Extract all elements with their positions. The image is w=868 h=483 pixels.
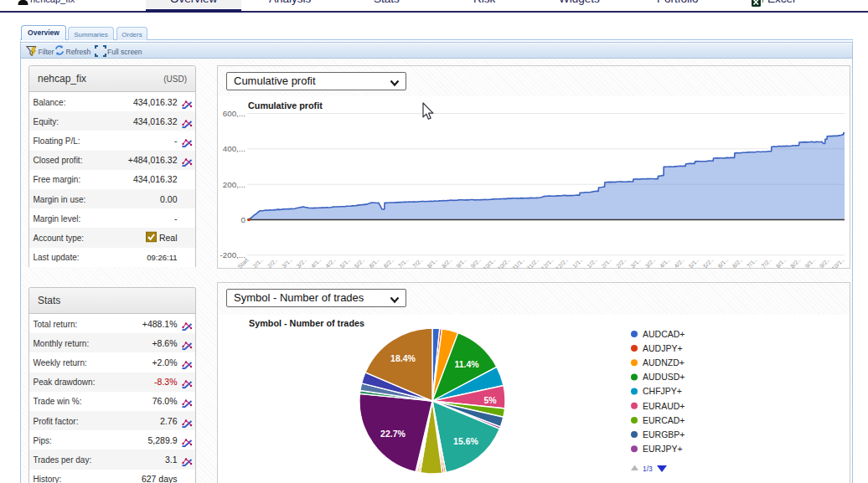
svg-text:200,...: 200,...	[223, 180, 245, 189]
svg-text:1/1..: 1/1..	[571, 257, 584, 269]
svg-text:3/1..: 3/1..	[629, 257, 642, 269]
svg-text:2/1..: 2/1..	[601, 257, 613, 269]
svg-text:8/2..: 8/2..	[789, 257, 802, 269]
svg-text:6/2..: 6/2..	[731, 257, 744, 269]
svg-text:22.7%: 22.7%	[380, 429, 406, 439]
svg-text:AUDNZD+: AUDNZD+	[643, 357, 685, 367]
svg-text:4/1..: 4/1..	[310, 257, 323, 269]
svg-text:6/1..: 6/1..	[368, 257, 380, 269]
svg-text:AUDJPY+: AUDJPY+	[643, 343, 683, 353]
svg-text:18.4%: 18.4%	[390, 353, 416, 363]
svg-text:10/2..: 10/2..	[496, 257, 510, 269]
svg-text:3/1..: 3/1..	[281, 257, 293, 269]
svg-text:8/2..: 8/2..	[441, 257, 453, 269]
svg-text:400,...: 400,...	[223, 144, 245, 153]
svg-text:5/1..: 5/1..	[688, 257, 700, 269]
svg-text:8/1..: 8/1..	[426, 257, 439, 269]
svg-text:EURCAD+: EURCAD+	[643, 415, 685, 425]
svg-text:3/2..: 3/2..	[296, 257, 308, 269]
svg-text:8/1..: 8/1..	[775, 257, 788, 269]
svg-text:Symbol - Number of trades: Symbol - Number of trades	[249, 318, 364, 328]
svg-text:11/1..: 11/1..	[511, 257, 525, 269]
svg-text:Cumulative profit: Cumulative profit	[248, 100, 323, 110]
svg-text:7/2..: 7/2..	[411, 257, 424, 269]
svg-text:15.6%: 15.6%	[453, 436, 478, 446]
svg-text:5/2..: 5/2..	[354, 257, 366, 269]
svg-text:5/2..: 5/2..	[702, 257, 715, 269]
svg-text:9/1..: 9/1..	[803, 257, 816, 269]
svg-text:AUDCAD+: AUDCAD+	[643, 329, 685, 339]
svg-text:3/2..: 3/2..	[644, 257, 657, 269]
svg-text:4/2..: 4/2..	[324, 257, 337, 269]
svg-text:11.4%: 11.4%	[454, 359, 479, 369]
svg-text:9/1..: 9/1..	[455, 257, 468, 269]
svg-text:0: 0	[241, 215, 246, 224]
svg-text:11/2..: 11/2..	[526, 257, 540, 269]
svg-text:1/3: 1/3	[643, 465, 653, 473]
svg-text:EURGBP+: EURGBP+	[643, 429, 685, 439]
svg-text:2/2..: 2/2..	[266, 257, 279, 269]
svg-text:6/1..: 6/1..	[716, 257, 729, 269]
svg-text:5/1..: 5/1..	[339, 257, 352, 269]
svg-text:EURAUD+: EURAUD+	[643, 401, 685, 411]
svg-text:EURJPY+: EURJPY+	[643, 444, 683, 454]
svg-text:4/1..: 4/1..	[659, 257, 671, 269]
svg-text:5%: 5%	[483, 395, 497, 405]
svg-text:-200,...: -200,...	[220, 250, 246, 259]
svg-text:9/2..: 9/2..	[819, 257, 831, 269]
svg-text:2/2..: 2/2..	[615, 257, 628, 269]
svg-text:7/2..: 7/2..	[760, 257, 772, 269]
svg-text:4/2..: 4/2..	[673, 257, 685, 269]
svg-text:7/1..: 7/1..	[746, 257, 758, 269]
svg-text:6/2..: 6/2..	[383, 257, 395, 269]
svg-text:9/2..: 9/2..	[470, 257, 483, 269]
svg-text:2/1..: 2/1..	[251, 257, 264, 269]
svg-text:12/2..: 12/2..	[555, 257, 569, 269]
svg-text:12/1..: 12/1..	[540, 257, 555, 269]
svg-text:1/2..: 1/2..	[586, 257, 598, 269]
svg-text:7/1..: 7/1..	[397, 257, 410, 269]
svg-text:600,...: 600,...	[223, 109, 245, 118]
svg-text:CHFJPY+: CHFJPY+	[643, 386, 682, 396]
svg-text:10/1..: 10/1..	[830, 257, 845, 269]
svg-text:10/1..: 10/1..	[482, 257, 496, 269]
svg-text:AUDUSD+: AUDUSD+	[643, 372, 685, 382]
